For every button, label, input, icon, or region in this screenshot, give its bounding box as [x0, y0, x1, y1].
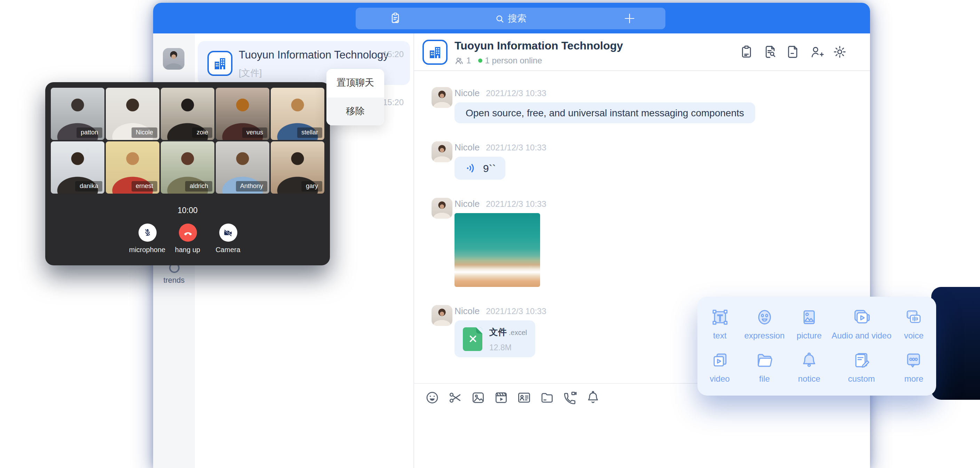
panel-item-label: voice	[904, 331, 924, 340]
text-icon	[710, 307, 730, 327]
participant-tile: aldrich	[161, 141, 215, 193]
camera-button[interactable]: Camera	[208, 224, 248, 254]
panel-item-label: custom	[848, 374, 875, 384]
participant-name: patton	[76, 128, 102, 138]
search-placeholder: 搜索	[508, 12, 527, 25]
search-bar[interactable]: 搜索	[356, 8, 665, 29]
sender-name: Nicole	[455, 198, 480, 209]
video-call-window[interactable]: patton Nicole zoie venus stellar danika …	[45, 82, 330, 265]
conversation-time: 15:20	[383, 50, 404, 59]
message-time: 2021/12/3 10:33	[486, 88, 546, 98]
microphone-button[interactable]: microphone	[127, 224, 167, 254]
panel-item-custom[interactable]: custom	[831, 345, 891, 389]
panel-item-label: file	[759, 374, 770, 384]
panel-item-text[interactable]: text	[697, 302, 742, 345]
emoji-icon[interactable]	[425, 390, 440, 405]
self-avatar[interactable]	[163, 48, 185, 70]
message-voice: Nicole2021/12/3 10:33 9``	[431, 141, 870, 180]
folder-icon[interactable]	[539, 390, 555, 405]
panel-item-label: more	[904, 374, 923, 384]
image-attachment-beach[interactable]	[455, 213, 540, 287]
panel-shadow-card	[931, 287, 980, 400]
online-dot	[478, 59, 482, 63]
message-image: Nicole2021/12/3 10:33	[431, 198, 870, 287]
file-bubble[interactable]: 文件.excel 12.8M	[455, 320, 535, 357]
panel-item-label: video	[710, 374, 730, 384]
panel-item-more[interactable]: more	[892, 345, 936, 389]
message-text: Nicole2021/12/3 10:33 Open source, free,…	[431, 87, 870, 123]
notice-bell-icon	[799, 350, 819, 371]
video-clapper-icon[interactable]	[493, 390, 509, 405]
participant-tile: ernest	[106, 141, 159, 193]
voice-bubble[interactable]: 9``	[455, 157, 506, 180]
conversation-title: Tuoyun Information Technology	[239, 49, 389, 61]
building-icon	[212, 55, 228, 72]
top-header-bar: 搜索	[153, 3, 870, 34]
participant-tile: stellar	[271, 88, 325, 140]
hang-up-label: hang up	[167, 246, 208, 254]
chat-record-search-icon[interactable]	[762, 45, 777, 59]
panel-item-label: text	[713, 331, 727, 340]
search-icon	[495, 14, 504, 23]
panel-item-expression[interactable]: expression	[742, 302, 786, 345]
message-time: 2021/12/3 10:33	[486, 307, 546, 316]
chat-status: 1 1 person online	[455, 56, 542, 65]
microphone-muted-icon	[142, 228, 152, 238]
call-controls: microphone hang up	[45, 224, 330, 254]
group-avatar[interactable]	[423, 40, 447, 65]
contact-card-icon[interactable]	[517, 390, 532, 405]
message-type-panel: text expression picture	[697, 297, 936, 396]
file-folder-icon	[754, 350, 775, 371]
text-bubble[interactable]: Open source, free, and universal instant…	[455, 102, 755, 123]
panel-item-notice[interactable]: notice	[787, 345, 831, 389]
add-member-icon[interactable]	[809, 45, 824, 59]
participant-name: Anthony	[236, 181, 267, 192]
panel-item-file[interactable]: file	[742, 345, 786, 389]
participant-grid: patton Nicole zoie venus stellar danika …	[51, 88, 325, 193]
menu-item-remove[interactable]: 移除	[326, 97, 384, 125]
conversation-context-menu: 置顶聊天 移除	[326, 69, 384, 125]
menu-item-pin-chat[interactable]: 置顶聊天	[326, 69, 384, 97]
panel-item-video[interactable]: video	[697, 345, 742, 389]
video-call-icon[interactable]	[562, 390, 578, 405]
microphone-label: microphone	[127, 246, 167, 254]
sender-name: Nicole	[455, 306, 480, 316]
sender-avatar[interactable]	[431, 198, 452, 219]
message-time: 2021/12/3 10:33	[486, 199, 546, 209]
hang-up-button[interactable]: hang up	[167, 224, 208, 254]
trends-label: trends	[153, 276, 195, 284]
file-ext: .excel	[509, 329, 527, 336]
audio-video-icon	[851, 307, 872, 327]
voice-wave-icon	[464, 161, 477, 175]
sender-avatar[interactable]	[431, 141, 452, 162]
participant-tile: venus	[216, 88, 269, 140]
camera-muted-icon	[223, 227, 233, 238]
screenshot-scissors-icon[interactable]	[447, 390, 463, 405]
panel-item-voice[interactable]: voice	[892, 302, 936, 345]
picture-icon	[799, 307, 819, 327]
sender-avatar[interactable]	[431, 87, 452, 108]
sender-avatar[interactable]	[431, 305, 452, 326]
announcement-icon[interactable]	[739, 45, 754, 59]
chat-panel: Tuoyun Information Technology 1 1 person…	[414, 34, 870, 468]
search-placeholder-group[interactable]: 搜索	[356, 8, 665, 29]
chat-header: Tuoyun Information Technology 1 1 person…	[414, 34, 870, 71]
plus-icon[interactable]	[623, 12, 636, 28]
voice-duration: 9``	[483, 162, 496, 174]
participant-tile: Nicole	[106, 88, 159, 140]
participant-tile: Anthony	[216, 141, 269, 193]
participant-name: danika	[76, 181, 102, 192]
settings-gear-icon[interactable]	[832, 45, 847, 59]
notification-bell-icon[interactable]	[585, 390, 601, 405]
member-count: 1	[466, 56, 471, 65]
participant-name: venus	[242, 128, 267, 138]
chat-title: Tuoyun Information Technology	[455, 40, 623, 52]
more-icon	[904, 350, 924, 371]
image-icon[interactable]	[471, 390, 486, 405]
panel-item-picture[interactable]: picture	[787, 302, 831, 345]
participant-name: stellar	[297, 128, 322, 138]
panel-item-audio-video[interactable]: Audio and video	[831, 302, 891, 345]
file-icon[interactable]	[786, 45, 800, 59]
file-name: 文件	[489, 327, 507, 337]
sidebar-item-trends[interactable]: trends	[153, 262, 195, 284]
